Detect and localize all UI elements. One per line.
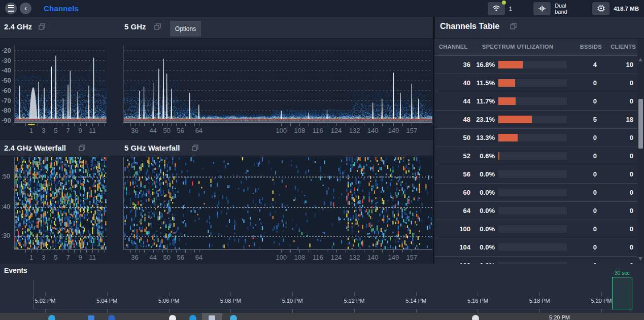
copy-icon[interactable] [39,23,45,30]
cell-channel: 40 [438,74,470,92]
axis-tick-label: 1 [29,254,33,261]
back-button[interactable]: ‹ [20,3,31,14]
table-row[interactable]: 40 11.5% 0 0 [435,74,637,92]
table-scrollbar[interactable] [637,39,644,264]
utilization-bar-track [498,225,567,233]
taskbar-app-icon[interactable] [169,315,176,320]
table-column-headers: CHANNEL SPECTRUM UTILIZATION BSSIDS CLIE… [435,39,637,56]
axis-tick-label: -20 [2,47,14,54]
axis-tick-label: 3 [42,254,45,261]
cell-clients: 0 [603,147,633,165]
axis-tick-label: 149 [388,127,399,134]
events-x-axis-line [33,309,633,309]
scrollbar-up-arrow-icon[interactable] [638,58,642,61]
axis-tick-label: :50 [2,173,14,180]
waterfall-2_4ghz-chart[interactable] [14,157,107,250]
cell-utilization-pct: 0.0% [472,238,495,256]
utilization-bar-fill [498,79,515,87]
table-row[interactable]: 50 13.3% 0 0 [435,129,637,147]
axis-tick-label: 132 [349,127,360,134]
cell-clients: 0 [603,220,633,238]
status-badge-dot [502,1,506,5]
taskbar-active-app[interactable] [202,313,222,320]
table-header-strip: Channels Table [434,17,644,39]
cell-clients: 0 [603,74,633,92]
taskbar-app-icon[interactable] [189,315,196,320]
cell-channel: 104 [438,238,470,256]
spectrum-2_4ghz-chart[interactable] [14,46,107,123]
os-taskbar[interactable]: 5:20 PM [0,313,644,320]
axis-tick-label: 116 [313,254,323,261]
taskbar-app-icon[interactable] [48,315,55,320]
axis-tick-label: 100 [276,254,287,261]
cell-bssids: 0 [566,147,597,165]
cell-clients: 0 [603,129,633,147]
events-title: Events [4,266,27,274]
axis-tick-label: 149 [388,254,399,261]
table-row[interactable]: 108 0.0% 0 0 [435,257,637,264]
menu-button[interactable] [5,3,17,14]
cell-channel: 56 [438,165,470,183]
cell-bssids: 0 [566,220,597,238]
cell-bssids: 0 [566,92,597,110]
copy-icon[interactable] [510,23,517,29]
table-row[interactable]: 36 16.8% 4 10 [435,56,637,74]
timeline-time-label: 5:16 PM [467,298,488,304]
cell-clients: 10 [603,56,633,74]
events-panel: Events 5:02 PM5:04 PM5:06 PM5:08 PM5:10 … [0,264,644,313]
utilization-bar-track [498,61,567,68]
axis-tick-label: 108 [294,127,305,134]
cell-channel: 108 [438,257,470,264]
table-row[interactable]: 64 0.0% 0 0 [435,202,637,220]
copy-icon[interactable] [154,23,161,30]
waterfall-header-strip: 2.4 GHz Waterfall 5 GHz Waterfall [0,139,434,156]
copy-icon[interactable] [79,145,85,151]
taskbar-app-icon[interactable] [230,315,237,320]
table-row[interactable]: 52 0.6% 0 0 [435,147,637,165]
wifi-adapter-button[interactable] [488,2,505,15]
axis-tick-label: 1 [29,127,33,134]
options-button[interactable]: Options [170,21,201,37]
scrollbar-thumb[interactable] [638,99,643,149]
taskbar-clock: 5:20 PM [549,314,570,320]
axis-tick-label: 5 [54,127,57,134]
cell-utilization-pct: 0.0% [472,257,495,264]
utilization-bar-fill [498,116,532,123]
spectrum-band-button[interactable] [533,2,551,15]
cell-bssids: 0 [566,74,597,92]
cell-clients: 0 [603,238,633,256]
axis-tick-label: 157 [406,254,418,261]
memory-usage: 418.7 MB [614,6,639,12]
spectrum-2_4ghz-title: 2.4 GHz [4,22,32,31]
table-row[interactable]: 48 23.1% 5 18 [435,111,637,129]
scrollbar-down-arrow-icon[interactable] [638,257,642,261]
timeline-selection-region[interactable] [612,277,632,309]
taskbar-app-icon[interactable] [108,315,115,320]
cell-utilization-pct: 0.0% [472,202,495,220]
axis-tick-label: 7 [66,127,70,134]
cell-clients: 0 [603,92,633,110]
timeline-time-label: 5:04 PM [96,298,117,304]
table-row[interactable]: 44 11.7% 0 0 [435,92,637,111]
memory-button[interactable] [592,2,609,15]
table-row[interactable]: 104 0.0% 0 0 [435,238,637,257]
utilization-bar-track [498,207,567,215]
axis-tick-label: 56 [177,254,184,261]
axis-tick-label: 124 [331,254,342,261]
taskbar-app-icon[interactable] [88,315,94,320]
copy-icon[interactable] [192,145,198,151]
table-row[interactable]: 60 0.0% 0 0 [435,184,637,202]
table-row[interactable]: 100 0.0% 0 0 [435,220,637,238]
cell-utilization-pct: 0.0% [472,165,495,183]
spectrum-5ghz-chart[interactable] [123,46,432,123]
utilization-bar-track [498,79,567,87]
waterfall-5ghz-chart[interactable] [123,157,432,250]
axis-tick-label: 3 [42,127,45,134]
charts-header-strip: 2.4 GHz 5 GHz Options [0,17,434,39]
spectrum-2_4ghz-x-axis: 1357911 [14,123,107,138]
taskbar-app-icon[interactable] [472,315,479,320]
table-row[interactable]: 56 0.0% 0 0 [435,165,637,184]
axis-tick-label: 157 [406,127,418,134]
timeline-time-label: 5:08 PM [220,298,241,304]
band-label: Dual band [555,3,571,15]
